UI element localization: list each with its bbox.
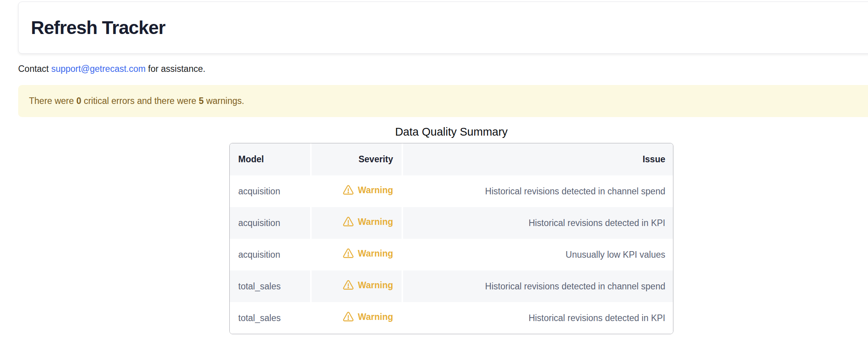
severity-cell: Warning: [310, 239, 402, 270]
table-row: total_sales Warning Historical revisions…: [230, 302, 673, 334]
contact-text-suffix: for assistance.: [146, 64, 205, 74]
model-cell: acquisition: [230, 207, 310, 239]
severity-label: Warning: [358, 217, 393, 227]
model-cell: acquisition: [230, 175, 310, 207]
table-header-row: Model Severity Issue: [230, 143, 673, 175]
severity-cell: Warning: [310, 270, 402, 302]
header-card: Refresh Tracker: [18, 2, 868, 54]
contact-text-prefix: Contact: [18, 64, 51, 74]
severity-label: Warning: [358, 312, 393, 322]
column-header-issue: Issue: [402, 143, 673, 175]
warning-triangle-icon: [342, 248, 354, 259]
issue-cell: Historical revisions detected in channel…: [402, 270, 673, 302]
data-quality-summary-section: Data Quality Summary Model Severity Issu…: [18, 126, 868, 334]
severity-cell: Warning: [310, 175, 402, 207]
banner-message: There were 0 critical errors and there w…: [29, 96, 244, 106]
severity-cell: Warning: [310, 302, 402, 334]
data-quality-table: Model Severity Issue acquisition Warning…: [229, 143, 673, 334]
table-title: Data Quality Summary: [18, 126, 868, 138]
column-header-model: Model: [230, 143, 310, 175]
warning-count: 5: [199, 96, 204, 106]
page: Refresh Tracker Contact support@getrecas…: [18, 2, 868, 334]
severity-cell: Warning: [310, 207, 402, 239]
severity-label: Warning: [358, 280, 393, 291]
warning-triangle-icon: [342, 216, 354, 228]
table-row: acquisition Warning Unusually low KPI va…: [230, 239, 673, 270]
table-row: acquisition Warning Historical revisions…: [230, 175, 673, 207]
severity-label: Warning: [358, 185, 393, 196]
model-cell: total_sales: [230, 302, 310, 334]
support-email-link[interactable]: support@getrecast.com: [51, 64, 146, 74]
warning-triangle-icon: [342, 184, 354, 196]
contact-line: Contact support@getrecast.com for assist…: [18, 64, 868, 74]
model-cell: total_sales: [230, 270, 310, 302]
page-title: Refresh Tracker: [31, 17, 165, 38]
warning-triangle-icon: [342, 279, 354, 291]
issue-cell: Unusually low KPI values: [402, 239, 673, 270]
model-cell: acquisition: [230, 239, 310, 270]
issue-cell: Historical revisions detected in KPI: [402, 302, 673, 334]
column-header-severity: Severity: [310, 143, 402, 175]
warning-banner: There were 0 critical errors and there w…: [18, 85, 868, 117]
issue-cell: Historical revisions detected in KPI: [402, 207, 673, 239]
table-row: acquisition Warning Historical revisions…: [230, 207, 673, 239]
critical-error-count: 0: [76, 96, 81, 106]
issue-cell: Historical revisions detected in channel…: [402, 175, 673, 207]
table-row: total_sales Warning Historical revisions…: [230, 270, 673, 302]
severity-label: Warning: [358, 248, 393, 259]
warning-triangle-icon: [342, 311, 354, 323]
